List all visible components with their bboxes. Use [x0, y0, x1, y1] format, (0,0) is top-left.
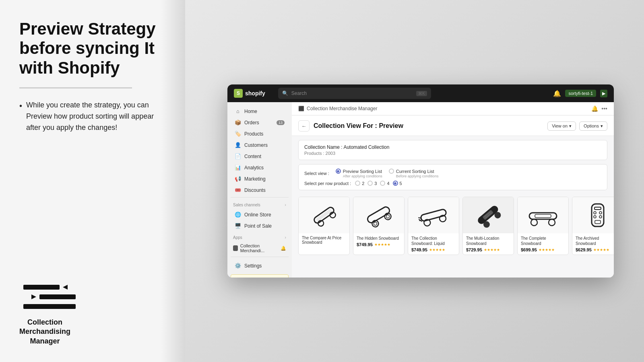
main-title: Preview Strategy before syncing It with …	[19, 19, 166, 78]
sidebar-item-home[interactable]: ⌂ Home	[229, 106, 290, 117]
collection-header: ← Collection View For : Preview View on …	[292, 115, 614, 136]
bullet-item: While you create the strategy, you can P…	[19, 100, 166, 134]
sidebar-label-marketing: Marketing	[244, 176, 285, 182]
per-row-radio-3[interactable]	[367, 181, 373, 186]
left-bottom: Collection Merchandising Manager	[19, 281, 166, 346]
product-card-3[interactable]: The Multi-Location Snowboard $729.95 ★★★…	[462, 197, 514, 255]
product-name-1: The Hidden Snowboard	[357, 236, 401, 241]
topbar-bell-icon[interactable]: 🔔	[591, 105, 598, 112]
search-placeholder-text: Search	[291, 90, 413, 96]
sidebar-item-pos[interactable]: 🖥️ Point of Sale	[229, 220, 290, 231]
svg-rect-2	[39, 294, 76, 299]
sidebar-item-settings[interactable]: ⚙️ Settings	[229, 260, 290, 271]
svg-marker-1	[63, 285, 68, 290]
sidebar-label-content: Content	[244, 154, 285, 159]
product-price-2: $749.95	[411, 247, 427, 252]
per-row-option-3[interactable]: 3	[367, 181, 377, 186]
product-price-row-5: $629.95 ★★★★★	[576, 247, 614, 252]
product-card-5[interactable]: The Archived Snowboard $629.95 ★★★★★	[572, 197, 614, 255]
sidebar-app-collection[interactable]: Collection Merchandi... 🔔	[227, 241, 292, 255]
current-sorting-option[interactable]: Current Sorting List Before applying con…	[389, 169, 439, 178]
user-avatar[interactable]: ▶	[600, 90, 607, 97]
sidebar-item-online-store[interactable]: 🌐 Online Store	[229, 209, 290, 220]
topbar-right: 🔔 sortyfi-test-1 ▶	[553, 90, 607, 97]
product-card-4[interactable]: The Complete Snowboard $699.95 ★★★★★	[517, 197, 569, 255]
product-image-0	[299, 197, 349, 233]
preview-sorting-sublabel: After applying conditions	[343, 174, 382, 178]
left-panel: Preview Strategy before syncing It with …	[0, 0, 185, 362]
sidebar-app-label: Collection Merchandi...	[240, 243, 278, 253]
back-button[interactable]: ←	[298, 120, 310, 132]
svg-rect-29	[535, 214, 551, 218]
topbar-more-icon[interactable]: •••	[601, 105, 607, 112]
per-row-label: Select per row product :	[304, 181, 351, 186]
product-card-1[interactable]: The Hidden Snowboard $749.95 ★★★★★	[353, 197, 405, 255]
skateboard-svg-1	[363, 199, 395, 231]
product-price-row-3: $729.95 ★★★★★	[466, 247, 510, 252]
product-price-3: $729.95	[466, 247, 482, 252]
per-row-option-5[interactable]: 5	[393, 181, 402, 186]
collection-title: Collection View For : Preview	[314, 122, 403, 130]
product-info-5: The Archived Snowboard $629.95 ★★★★★	[572, 233, 614, 255]
product-price-row-2: $749.95 ★★★★★	[411, 247, 456, 252]
product-image-4	[518, 197, 568, 233]
pos-icon: 🖥️	[235, 223, 241, 229]
product-image-1	[353, 197, 404, 233]
view-on-button[interactable]: View on ▾	[547, 121, 576, 131]
product-stars-4: ★★★★★	[539, 248, 555, 252]
svg-rect-4	[23, 304, 76, 309]
sidebar-item-marketing[interactable]: 📢 Marketing	[229, 173, 290, 184]
sidebar-label-discounts: Discounts	[244, 187, 285, 193]
options-button[interactable]: Options ▾	[579, 121, 607, 131]
current-sorting-radio[interactable]	[389, 169, 394, 174]
search-icon: 🔍	[282, 90, 288, 96]
svg-point-27	[531, 219, 537, 226]
user-label[interactable]: sortyfi-test-1	[565, 90, 596, 97]
per-row-option-2[interactable]: 2	[355, 181, 364, 186]
per-row-option-4[interactable]: 4	[380, 181, 389, 186]
collection-icon: ⬛	[298, 106, 304, 111]
info-card: Collection Name : Automated Collection P…	[298, 140, 607, 160]
product-image-2	[408, 197, 459, 233]
preview-sorting-option[interactable]: Preview Sorting List After applying cond…	[336, 169, 382, 178]
per-row-radio-4[interactable]	[380, 181, 385, 186]
product-info-3: The Multi-Location Snowboard $729.95 ★★★…	[463, 233, 514, 255]
products-icon: 🏷️	[235, 131, 241, 137]
sidebar-item-content[interactable]: 📄 Content	[229, 151, 290, 162]
sidebar-item-analytics[interactable]: 📊 Analytics	[229, 162, 290, 173]
sidebar-item-products[interactable]: 🏷️ Products	[229, 128, 290, 139]
product-card-2[interactable]: The Collection Snowboard: Liquid $749.95…	[408, 197, 459, 255]
sidebar-item-discounts[interactable]: 🎟️ Discounts	[229, 185, 290, 195]
discounts-icon: 🎟️	[235, 187, 241, 193]
svg-marker-3	[31, 294, 36, 299]
preview-sorting-radio[interactable]	[336, 169, 341, 174]
sidebar-label-orders: Orders	[244, 120, 273, 125]
content-topbar-actions: 🔔 •••	[591, 105, 607, 112]
bullet-list: While you create the strategy, you can P…	[19, 100, 166, 134]
sidebar-item-customers[interactable]: 👤 Customers	[229, 140, 290, 150]
collection-name: Collection Name : Automated Collection	[304, 144, 601, 150]
product-image-5	[572, 197, 614, 233]
svg-point-33	[599, 212, 602, 214]
right-panel: S shopify 🔍 Search ⌘K 🔔 sortyfi-test-1 ▶…	[185, 0, 644, 362]
search-bar[interactable]: 🔍 Search ⌘K	[278, 88, 431, 99]
product-info-2: The Collection Snowboard: Liquid $749.95…	[408, 233, 459, 255]
products-grid: The Compare At Price Snowboard	[292, 193, 614, 278]
view-select-label: Select view :	[304, 171, 329, 176]
orders-badge: 13	[277, 120, 285, 125]
product-card-0[interactable]: The Compare At Price Snowboard	[298, 197, 350, 255]
sidebar-item-orders[interactable]: 📦 Orders 13	[229, 117, 290, 128]
bell-icon[interactable]: 🔔	[553, 90, 561, 97]
customers-icon: 👤	[235, 142, 241, 148]
first-product-info: The Compare At Price Snowboard	[299, 233, 349, 247]
svg-point-35	[599, 216, 602, 218]
sidebar-label-home: Home	[244, 109, 285, 114]
product-name-2: The Collection Snowboard: Liquid	[411, 236, 456, 246]
per-row-radio-2[interactable]	[355, 181, 360, 186]
preview-sorting-label: Preview Sorting List	[343, 169, 382, 174]
per-row-radio-5[interactable]	[393, 181, 398, 186]
content-icon: 📄	[235, 153, 241, 159]
view-select-row: Select view : Preview Sorting List After…	[304, 169, 601, 178]
per-row-label-3: 3	[374, 181, 377, 186]
content-topbar: ⬛ Collection Merchandise Manager 🔔 •••	[292, 102, 614, 115]
